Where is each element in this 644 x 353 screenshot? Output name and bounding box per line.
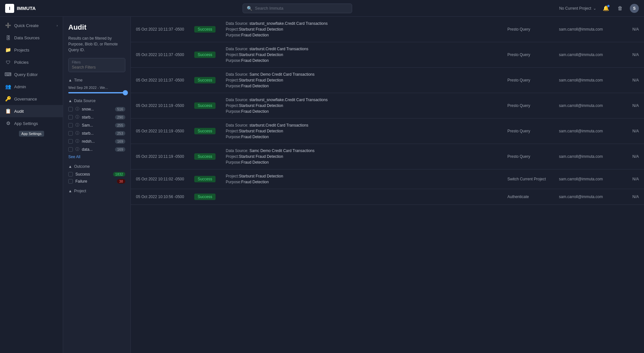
info-icon[interactable]: ⓘ: [75, 106, 79, 112]
filter-search-box: Filters: [68, 58, 125, 72]
filter-count: 253: [115, 131, 125, 136]
filter-label: redsh...: [82, 139, 112, 144]
sidebar: ➕ Quick Create › 🗄 Data Sources 📁 Projec…: [0, 17, 63, 353]
table-row[interactable]: 05 Oct 2022 10:10:56 -0500 Success Authe…: [131, 189, 644, 205]
sidebar-item-query-editor[interactable]: ⌨ Query Editor: [0, 68, 63, 81]
project-detail: Project:Starburst Fraud Detection: [226, 78, 497, 82]
user-cell: sam.carroll@immuta.com: [554, 144, 625, 169]
datasource-filter-label: Data Source: [74, 99, 96, 103]
time-filter-header[interactable]: ▲ Time: [68, 78, 125, 82]
status-badge: Success: [194, 102, 215, 109]
filter-checkbox[interactable]: [68, 115, 73, 119]
success-count: 1832: [113, 172, 125, 176]
sidebar-item-app-settings[interactable]: ⚙ App Settings App Settings: [0, 117, 63, 129]
extra-cell: N/A: [625, 119, 644, 144]
table-row[interactable]: 05 Oct 2022 10:11:19 -0500 Success Data …: [131, 119, 644, 144]
extra-cell: N/A: [625, 93, 644, 119]
datasource-detail: Data Source: starburst.Credit Card Trans…: [226, 47, 497, 51]
info-icon[interactable]: ⓘ: [75, 138, 79, 144]
topbar: I IMMUTA 🔍 No Current Project ⌄ 🔔 🗑 S: [0, 0, 644, 17]
slider-thumb[interactable]: [123, 90, 128, 95]
action-cell: Presto Query: [502, 42, 554, 68]
datetime-cell: 05 Oct 2022 10:11:19 -0500: [131, 144, 189, 169]
filter-checkbox[interactable]: [68, 131, 73, 136]
datasource-detail: Project:Starburst Fraud Detection: [226, 174, 497, 178]
table-row[interactable]: 05 Oct 2022 10:11:19 -0500 Success Data …: [131, 93, 644, 119]
governance-icon: 🔑: [5, 96, 11, 102]
content-area: Audit Results can be filtered by Purpose…: [63, 17, 644, 353]
editor-icon: ⌨: [5, 72, 11, 77]
sidebar-item-governance[interactable]: 🔑 Governance: [0, 93, 63, 105]
table-row[interactable]: 05 Oct 2022 10:11:37 -0500 Success Data …: [131, 17, 644, 42]
user-cell: sam.carroll@immuta.com: [554, 17, 625, 42]
table-row[interactable]: 05 Oct 2022 10:11:19 -0500 Success Data …: [131, 144, 644, 169]
outcome-filter-header[interactable]: ▲ Outcome: [68, 164, 125, 169]
shield-icon: 🛡: [5, 59, 11, 65]
sidebar-item-label: App Settings: [14, 121, 38, 126]
filter-section-datasource: ▲ Data Source ⓘ snow... 516 ⓘ starb... 2…: [68, 99, 125, 159]
slider-fill: [68, 92, 125, 93]
status-cell: Success: [189, 17, 220, 42]
status-cell: Success: [189, 189, 220, 205]
sidebar-item-quick-create[interactable]: ➕ Quick Create ›: [0, 19, 63, 32]
filter-checkbox[interactable]: [68, 139, 73, 144]
table-row[interactable]: 05 Oct 2022 10:11:37 -0500 Success Data …: [131, 42, 644, 68]
sidebar-item-label: Quick Create: [14, 23, 39, 28]
datasource-detail: Data Source: Samc Demo Credit Card Trans…: [226, 72, 497, 77]
datetime-cell: 05 Oct 2022 10:10:56 -0500: [131, 189, 189, 205]
sidebar-item-policies[interactable]: 🛡 Policies: [0, 56, 63, 68]
logo-text: IMMUTA: [17, 5, 36, 11]
filter-checkbox[interactable]: [68, 147, 73, 152]
trash-icon[interactable]: 🗑: [616, 4, 625, 13]
failure-checkbox[interactable]: [68, 179, 73, 184]
chevron-down-icon: ⌄: [593, 6, 596, 11]
info-icon[interactable]: ⓘ: [75, 130, 79, 136]
status-cell: Success: [189, 42, 220, 68]
audit-table: 05 Oct 2022 10:11:37 -0500 Success Data …: [131, 17, 644, 205]
see-all-button[interactable]: See All: [68, 155, 125, 159]
details-cell: Data Source: starburst.Credit Card Trans…: [221, 119, 502, 144]
filter-label: starb...: [82, 131, 112, 136]
table-row[interactable]: 05 Oct 2022 10:11:37 -0500 Success Data …: [131, 68, 644, 93]
status-cell: Success: [189, 119, 220, 144]
chevron-right-icon: ›: [57, 24, 58, 27]
filter-checkbox[interactable]: [68, 107, 73, 111]
project-selector[interactable]: No Current Project ⌄: [559, 6, 596, 11]
info-icon[interactable]: ⓘ: [75, 122, 79, 128]
datasource-filter-item: ⓘ starb... 290: [68, 114, 125, 120]
datasource-detail: Data Source: starburst.Credit Card Trans…: [226, 123, 497, 128]
avatar[interactable]: S: [630, 4, 639, 13]
sidebar-item-admin[interactable]: 👥 Admin: [0, 81, 63, 93]
purpose-detail: Purpose:Fraud Detection: [226, 58, 497, 63]
notifications-icon[interactable]: 🔔: [601, 4, 610, 13]
sidebar-item-label: Admin: [14, 84, 26, 89]
user-cell: sam.carroll@immuta.com: [554, 189, 625, 205]
user-cell: sam.carroll@immuta.com: [554, 93, 625, 119]
info-icon[interactable]: ⓘ: [75, 114, 79, 120]
logo-icon: I: [5, 4, 14, 13]
project-detail: Project:Starburst Fraud Detection: [226, 103, 497, 108]
sidebar-item-label: Projects: [14, 48, 29, 52]
time-slider[interactable]: [68, 92, 125, 93]
sidebar-item-audit[interactable]: 📋 Audit: [0, 105, 63, 117]
project-filter-header[interactable]: ▲ Project: [68, 189, 125, 193]
search-input[interactable]: [255, 6, 348, 11]
sidebar-item-data-sources[interactable]: 🗄 Data Sources: [0, 32, 63, 44]
success-checkbox[interactable]: [68, 172, 73, 176]
filter-search-input[interactable]: [72, 65, 122, 70]
table-row[interactable]: 05 Oct 2022 10:11:02 -0500 Success Proje…: [131, 169, 644, 189]
filter-checkbox[interactable]: [68, 123, 73, 128]
sidebar-item-projects[interactable]: 📁 Projects: [0, 44, 63, 56]
filter-panel: Audit Results can be filtered by Purpose…: [63, 17, 131, 353]
extra-cell: N/A: [625, 189, 644, 205]
details-cell: [221, 189, 502, 205]
time-filter-label: Time: [74, 78, 82, 82]
search-icon: 🔍: [247, 6, 252, 11]
details-cell: Project:Starburst Fraud DetectionPurpose…: [221, 169, 502, 189]
user-cell: sam.carroll@immuta.com: [554, 68, 625, 93]
audit-table-area: 05 Oct 2022 10:11:37 -0500 Success Data …: [131, 17, 644, 353]
info-icon[interactable]: ⓘ: [75, 147, 79, 152]
user-cell: sam.carroll@immuta.com: [554, 119, 625, 144]
filter-count: 169: [115, 147, 125, 152]
datasource-filter-header[interactable]: ▲ Data Source: [68, 99, 125, 103]
